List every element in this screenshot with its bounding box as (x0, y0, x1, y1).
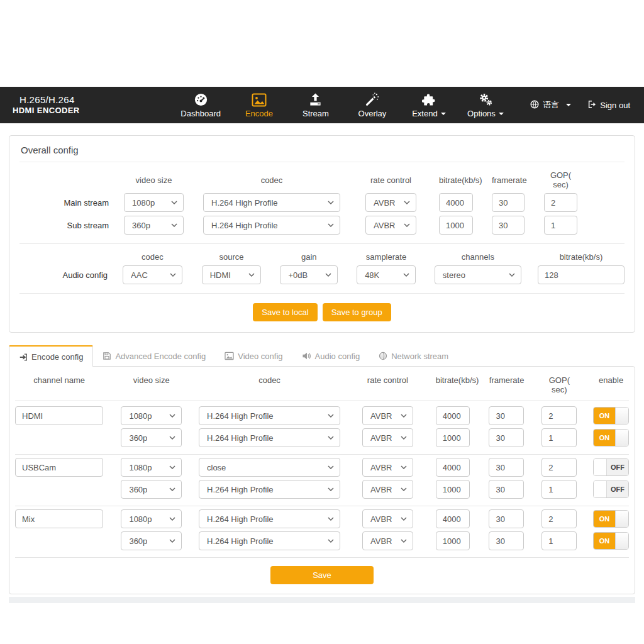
toggle-knob (594, 481, 607, 497)
divider (19, 293, 625, 294)
save-to-local-button[interactable]: Save to local (253, 303, 317, 321)
image-icon (225, 352, 234, 360)
codec-select[interactable]: H.264 High Profile (199, 480, 340, 499)
bitrate-input[interactable] (436, 406, 470, 425)
codec-select[interactable]: H.264 High Profile (199, 428, 340, 447)
audio-header-row: codec source gain samplerate channels bi… (19, 252, 625, 262)
gop-input[interactable] (541, 406, 577, 425)
header-channel-name: channel name (15, 375, 103, 394)
audio-codec-select[interactable]: AAC (123, 265, 182, 284)
gop-input[interactable] (541, 428, 577, 447)
audio-gain-select[interactable]: +0dB (280, 265, 338, 284)
video-size-select[interactable]: 1080p (121, 406, 182, 425)
video-size-select[interactable]: 1080p (121, 458, 182, 477)
framerate-input[interactable] (489, 480, 524, 499)
main-gop-input[interactable] (544, 193, 577, 212)
dashboard-gauge-icon (194, 92, 208, 107)
framerate-input[interactable] (489, 406, 524, 425)
bitrate-input[interactable] (436, 480, 470, 499)
audio-bitrate-input[interactable] (538, 265, 625, 284)
video-size-select[interactable]: 1080p (121, 509, 182, 528)
sub-rate-control-select[interactable]: AVBR (365, 216, 416, 235)
tab-encode-config[interactable]: Encode config (9, 345, 93, 367)
header-framerate: framerate (492, 175, 525, 185)
codec-select[interactable]: H.264 High Profile (199, 406, 340, 425)
sub-bitrate-input[interactable] (439, 216, 473, 235)
tab-advanced-encode-config[interactable]: Advanced Encode config (93, 345, 215, 366)
gop-input[interactable] (541, 480, 577, 499)
main-nav: Dashboard Encode Stream Overlay (154, 92, 530, 118)
framerate-input[interactable] (489, 428, 524, 447)
enable-toggle[interactable]: OFF (593, 458, 629, 476)
rate-control-select[interactable]: AVBR (362, 531, 413, 550)
rate-control-select[interactable]: AVBR (362, 509, 413, 528)
enable-toggle[interactable]: ON (593, 429, 629, 447)
table-row: 1080p close AVBR OFF (15, 458, 629, 477)
chevron-down-icon (170, 273, 176, 277)
tab-network-stream[interactable]: Network stream (369, 345, 458, 366)
nav-stream[interactable]: Stream (297, 92, 334, 118)
enable-toggle[interactable]: ON (593, 407, 629, 425)
nav-options[interactable]: Options (467, 92, 504, 118)
signout-button[interactable]: Sign out (587, 100, 630, 111)
framerate-input[interactable] (489, 458, 524, 477)
table-row: 360p H.264 High Profile AVBR OFF (15, 480, 629, 499)
channel-name-input[interactable] (15, 458, 103, 477)
sub-gop-input[interactable] (544, 216, 577, 235)
chevron-down-icon (169, 487, 175, 491)
nav-extend[interactable]: Extend (411, 92, 447, 118)
nav-encode[interactable]: Encode (241, 92, 277, 118)
main-codec-select[interactable]: H.264 High Profile (203, 193, 340, 212)
framerate-input[interactable] (489, 509, 524, 528)
chevron-down-icon (169, 539, 175, 543)
table-row: 360p H.264 High Profile AVBR ON (15, 428, 629, 447)
chevron-down-icon (169, 517, 175, 521)
enable-toggle[interactable]: ON (593, 510, 629, 528)
video-size-select[interactable]: 360p (121, 428, 182, 447)
enable-toggle[interactable]: OFF (593, 480, 629, 498)
navbar: H.265/H.264 HDMI ENCODER Dashboard Encod… (0, 87, 644, 123)
chevron-down-icon (401, 436, 407, 440)
tab-audio-config[interactable]: Audio config (292, 345, 370, 366)
rate-control-select[interactable]: AVBR (362, 428, 413, 447)
main-bitrate-input[interactable] (439, 193, 473, 212)
video-size-select[interactable]: 360p (121, 480, 182, 499)
framerate-input[interactable] (489, 531, 524, 550)
enable-toggle[interactable]: ON (593, 532, 629, 550)
sub-video-size-select[interactable]: 360p (124, 216, 184, 235)
bitrate-input[interactable] (436, 428, 470, 447)
bitrate-input[interactable] (436, 458, 470, 477)
gop-input[interactable] (541, 458, 577, 477)
nav-overlay[interactable]: Overlay (354, 92, 391, 118)
sub-codec-select[interactable]: H.264 High Profile (203, 216, 340, 235)
video-size-select[interactable]: 360p (121, 531, 182, 550)
rate-control-select[interactable]: AVBR (362, 406, 413, 425)
sub-framerate-input[interactable] (492, 216, 525, 235)
save-button[interactable]: Save (270, 566, 374, 584)
language-menu[interactable]: 语言 (530, 99, 571, 111)
rate-control-select[interactable]: AVBR (362, 458, 413, 477)
gop-input[interactable] (541, 531, 577, 550)
main-video-size-select[interactable]: 1080p (124, 193, 184, 212)
bitrate-input[interactable] (436, 531, 470, 550)
signin-arrow-icon (19, 353, 28, 362)
main-framerate-input[interactable] (492, 193, 525, 212)
audio-channels-select[interactable]: stereo (435, 265, 521, 284)
tab-video-config[interactable]: Video config (215, 345, 292, 366)
bitrate-input[interactable] (436, 509, 470, 528)
codec-select[interactable]: H.264 High Profile (199, 531, 340, 550)
codec-select[interactable]: close (199, 458, 340, 477)
channel-name-input[interactable] (15, 509, 103, 528)
audio-source-select[interactable]: HDMI (202, 265, 262, 284)
gop-input[interactable] (541, 509, 577, 528)
nav-dashboard[interactable]: Dashboard (180, 92, 221, 118)
audio-samplerate-select[interactable]: 48K (357, 265, 416, 284)
channel-name-input[interactable] (15, 406, 103, 425)
main-rate-control-select[interactable]: AVBR (365, 193, 416, 212)
rate-control-select[interactable]: AVBR (362, 480, 413, 499)
codec-select[interactable]: H.264 High Profile (199, 509, 340, 528)
chevron-down-icon (328, 487, 334, 491)
header-bitrate: bitrate(kb/s) (436, 375, 470, 394)
brand-logo[interactable]: H.265/H.264 HDMI ENCODER (13, 94, 154, 116)
save-to-group-button[interactable]: Save to group (323, 303, 391, 321)
